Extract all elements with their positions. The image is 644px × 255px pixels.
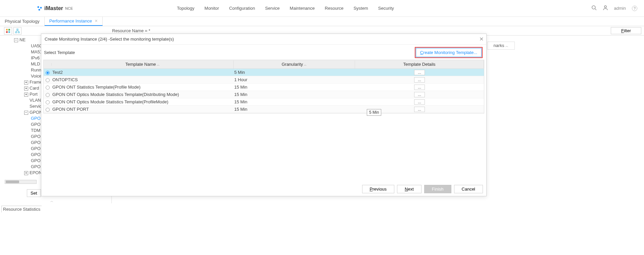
nav-monitor[interactable]: Monitor	[204, 6, 219, 11]
help-icon[interactable]: ?	[632, 6, 637, 11]
collapse-icon[interactable]: −	[14, 38, 18, 42]
svg-rect-7	[8, 29, 10, 31]
logo: iMaster NCE	[37, 5, 73, 11]
brand-sub: NCE	[65, 6, 73, 10]
radio-icon[interactable]	[46, 78, 50, 82]
nav-topology[interactable]: Topology	[177, 6, 194, 11]
close-icon[interactable]: ✕	[95, 19, 98, 23]
svg-rect-12	[18, 32, 19, 33]
view-grid-icon[interactable]	[4, 27, 12, 35]
chevron-up-icon[interactable]: ︿	[50, 199, 53, 203]
tab-label: Physical Topology	[5, 19, 40, 24]
row-radio[interactable]	[44, 99, 52, 104]
resource-name-label: Resource Name = *	[112, 28, 150, 33]
resource-statistics-label: Resource Statistics	[1, 206, 42, 212]
table-body: Test25 Min...ONTOPTICS1 Hour...GPON ONT …	[44, 69, 484, 113]
table-row[interactable]: Test25 Min...	[44, 69, 484, 76]
previous-button[interactable]: Previous	[362, 185, 395, 193]
select-template-label: Select Template	[44, 50, 75, 55]
tab-label: Performance Instance	[49, 18, 92, 23]
row-template-name: GPON ONT Statistics Template(Profile Mod…	[52, 85, 234, 90]
nav-service[interactable]: Service	[265, 6, 280, 11]
granularity-tooltip: 5 Min	[367, 109, 381, 116]
table-row[interactable]: GPON ONT Statistics Template(Profile Mod…	[44, 84, 484, 91]
tree-h-scrollbar[interactable]	[5, 180, 37, 184]
table-row[interactable]: GPON ONT PORT15 Min...	[44, 106, 484, 113]
collapse-icon[interactable]: −	[24, 111, 28, 115]
radio-icon[interactable]	[46, 93, 50, 97]
create-monitoring-template-button[interactable]: Create Monitoring Template...	[416, 48, 482, 57]
row-template-name: GPON ONT Optics Module Statistics Templa…	[52, 92, 234, 97]
table-row[interactable]: GPON ONT Optics Module Statistics Templa…	[44, 98, 484, 106]
tab-physical-topology[interactable]: Physical Topology	[0, 17, 45, 26]
template-table: Template Name︿ Granularity︿ Template Det…	[43, 60, 484, 113]
col-select	[44, 63, 52, 66]
row-granularity: 1 Hour	[234, 77, 355, 82]
nav-security[interactable]: Security	[378, 6, 394, 11]
row-details: ...	[355, 70, 484, 75]
expand-icon[interactable]: +	[24, 81, 28, 85]
details-button[interactable]: ...	[414, 77, 425, 83]
view-tree-icon[interactable]	[13, 27, 21, 35]
next-button[interactable]: Next	[397, 185, 422, 193]
row-radio[interactable]	[44, 107, 52, 112]
chevron-up-icon: ︿	[505, 44, 508, 48]
finish-button: Finish	[424, 185, 451, 193]
svg-point-5	[604, 6, 606, 8]
row-granularity: 15 Min	[234, 92, 355, 97]
nav-resource[interactable]: Resource	[325, 6, 344, 11]
close-icon[interactable]: ✕	[479, 36, 484, 42]
table-row[interactable]: ONTOPTICS1 Hour...	[44, 76, 484, 84]
search-icon[interactable]	[591, 5, 597, 11]
expand-icon[interactable]: +	[24, 93, 28, 97]
dialog-title: Create Monitoring Instance (2/4) -Select…	[41, 34, 486, 45]
svg-rect-9	[8, 31, 10, 33]
remarks-toggle[interactable]: narks︿	[487, 42, 515, 50]
create-monitoring-instance-dialog: Create Monitoring Instance (2/4) -Select…	[41, 34, 487, 196]
row-radio[interactable]	[44, 70, 52, 75]
row-radio[interactable]	[44, 92, 52, 97]
row-granularity: 15 Min	[234, 85, 355, 90]
nav-system[interactable]: System	[353, 6, 368, 11]
nav-configuration[interactable]: Configuration	[229, 6, 255, 11]
user-name[interactable]: admin	[614, 6, 626, 11]
radio-icon[interactable]	[46, 86, 50, 90]
radio-icon[interactable]	[46, 108, 50, 112]
radio-icon[interactable]	[46, 71, 50, 75]
svg-point-2	[39, 9, 40, 10]
set-button[interactable]: Set	[27, 189, 41, 197]
row-details: ...	[355, 99, 484, 105]
details-button[interactable]: ...	[414, 85, 425, 90]
row-granularity: 5 Min	[234, 70, 355, 75]
row-radio[interactable]	[44, 85, 52, 90]
row-details: ...	[355, 85, 484, 90]
details-button[interactable]: ...	[414, 99, 425, 105]
svg-rect-6	[6, 29, 8, 31]
chevron-up-icon: ︿	[304, 63, 307, 66]
table-row[interactable]: GPON ONT Optics Module Statistics Templa…	[44, 91, 484, 98]
nav-maintenance[interactable]: Maintenance	[290, 6, 314, 11]
row-radio[interactable]	[44, 77, 52, 82]
svg-rect-11	[15, 32, 17, 33]
dialog-footer: Previous Next Finish Cancel	[362, 185, 483, 193]
row-granularity: 15 Min	[234, 99, 355, 104]
radio-icon[interactable]	[46, 100, 50, 104]
svg-point-1	[40, 7, 42, 8]
col-template-details[interactable]: Template Details	[355, 60, 484, 68]
details-button[interactable]: ...	[414, 92, 425, 97]
col-template-name[interactable]: Template Name︿	[52, 60, 234, 68]
expand-icon[interactable]: +	[24, 171, 28, 175]
cancel-button[interactable]: Cancel	[454, 185, 483, 193]
row-details: ...	[355, 77, 484, 83]
filter-button[interactable]: Filter	[611, 27, 641, 34]
row-granularity: 15 Min	[234, 107, 355, 112]
details-button[interactable]: ...	[414, 107, 425, 112]
col-granularity[interactable]: Granularity︿	[234, 60, 355, 68]
user-icon[interactable]	[603, 5, 608, 11]
tab-performance-instance[interactable]: Performance Instance ✕	[45, 17, 103, 26]
row-template-name: GPON ONT Optics Module Statistics Templa…	[52, 99, 234, 104]
logo-icon	[37, 6, 42, 11]
details-button[interactable]: ...	[414, 70, 425, 75]
svg-line-4	[595, 9, 596, 10]
expand-icon[interactable]: +	[24, 87, 28, 91]
